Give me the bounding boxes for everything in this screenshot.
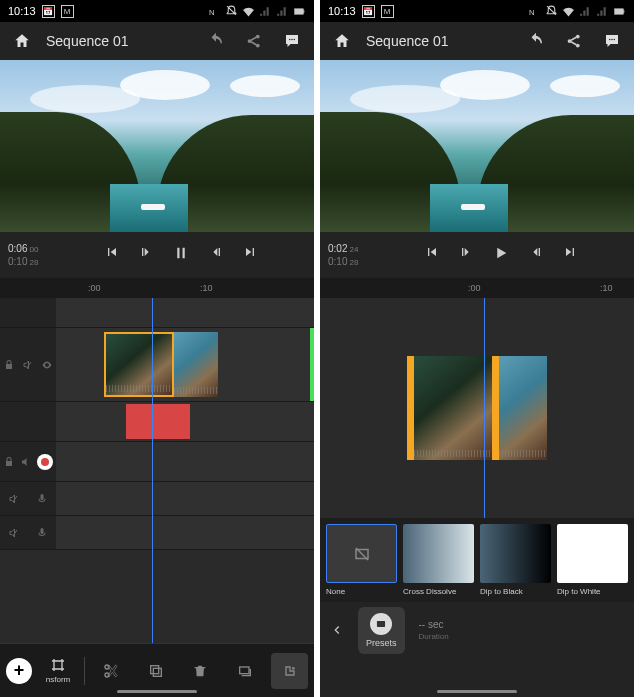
voice-track-1[interactable] [56, 482, 314, 515]
comment-button[interactable] [278, 27, 306, 55]
volume-icon[interactable] [20, 456, 32, 468]
nfc-icon: N [208, 5, 221, 18]
add-button[interactable]: + [6, 658, 32, 684]
record-button[interactable] [37, 454, 53, 470]
home-button[interactable] [328, 27, 356, 55]
svg-point-10 [105, 665, 109, 669]
visibility-icon[interactable] [41, 359, 53, 371]
bottom-toolbar: + nsform [0, 643, 314, 697]
mute-icon[interactable] [8, 527, 20, 539]
svg-rect-16 [615, 8, 624, 13]
undo-button[interactable] [522, 27, 550, 55]
delete-button[interactable] [182, 653, 219, 689]
skip-start-button[interactable] [104, 244, 120, 266]
calendar-icon: 📅 [362, 5, 375, 18]
voice-track-2[interactable] [56, 516, 314, 549]
undo-button[interactable] [202, 27, 230, 55]
clip-end-marker [310, 328, 314, 401]
status-time: 10:13 [8, 5, 36, 17]
presets-icon [370, 613, 392, 635]
svg-rect-11 [151, 665, 159, 673]
transition-dip-to-black[interactable]: Dip to Black [480, 524, 551, 596]
effects-button[interactable] [271, 653, 308, 689]
video-track[interactable] [56, 328, 314, 401]
ruler-tick: :00 [88, 283, 101, 293]
cut-button[interactable] [93, 653, 130, 689]
step-forward-button[interactable] [528, 244, 544, 266]
timecodes: 0:0224 0:1028 [328, 243, 376, 267]
nfc-icon: N [528, 5, 541, 18]
video-clip-1[interactable] [407, 356, 499, 460]
status-bar: 10:13 📅 M N [0, 0, 314, 22]
transition-none[interactable]: None [326, 524, 397, 596]
notification-off-icon [225, 5, 238, 18]
svg-rect-2 [303, 10, 304, 12]
pause-button[interactable] [172, 244, 190, 266]
mail-icon: M [381, 5, 394, 18]
transition-dip-to-white[interactable]: Dip to White [557, 524, 628, 596]
skip-start-button[interactable] [424, 244, 440, 266]
ruler-tick: :00 [468, 283, 481, 293]
svg-point-14 [292, 667, 295, 670]
audio-track-1[interactable] [56, 402, 314, 441]
playhead[interactable] [484, 298, 485, 518]
signal-icon [579, 5, 592, 18]
timeline-ruler[interactable]: :00 :10 [320, 278, 634, 298]
svg-rect-13 [240, 667, 249, 674]
svg-text:N: N [209, 7, 214, 16]
svg-point-9 [105, 673, 109, 677]
play-button[interactable] [492, 244, 510, 266]
phone-left: 10:13 📅 M N Sequence 01 [0, 0, 320, 697]
step-back-button[interactable] [458, 244, 474, 266]
signal-icon [259, 5, 272, 18]
ruler-tick: :10 [200, 283, 213, 293]
duration-info: -- sec Duration [419, 619, 449, 641]
mic-icon[interactable] [36, 527, 48, 539]
mute-icon[interactable] [22, 359, 34, 371]
video-clip-1[interactable] [104, 332, 174, 397]
wifi-icon [242, 5, 255, 18]
duplicate-button[interactable] [138, 653, 175, 689]
playhead[interactable] [152, 298, 153, 643]
svg-rect-25 [377, 621, 385, 627]
battery-icon [293, 5, 306, 18]
skip-end-button[interactable] [242, 244, 258, 266]
step-back-button[interactable] [138, 244, 154, 266]
svg-text:N: N [529, 7, 534, 16]
lock-icon[interactable] [3, 456, 15, 468]
lock-icon[interactable] [3, 359, 15, 371]
back-button[interactable] [330, 623, 344, 637]
phone-right: 10:13 📅 M N Sequence 01 [320, 0, 640, 697]
timeline-ruler[interactable]: :00 :10 [0, 278, 314, 298]
project-title: Sequence 01 [46, 33, 192, 49]
transform-tab[interactable]: nsform [40, 657, 76, 684]
audio-track-2[interactable] [56, 442, 314, 481]
svg-point-23 [614, 39, 616, 41]
share-button[interactable] [560, 27, 588, 55]
video-preview[interactable] [320, 60, 634, 232]
video-clip-2[interactable] [499, 356, 547, 460]
transition-cross-dissolve[interactable]: Cross Dissolve [403, 524, 474, 596]
mic-icon[interactable] [36, 493, 48, 505]
home-indicator [437, 690, 517, 693]
svg-point-22 [611, 39, 613, 41]
layers-button[interactable] [227, 653, 264, 689]
playback-bar: 0:0600 0:1028 [0, 232, 314, 278]
wifi-icon [562, 5, 575, 18]
share-button[interactable] [240, 27, 268, 55]
video-clip-2[interactable] [174, 332, 218, 397]
calendar-icon: 📅 [42, 5, 55, 18]
app-bar: Sequence 01 [0, 22, 314, 60]
video-preview[interactable] [0, 60, 314, 232]
step-forward-button[interactable] [208, 244, 224, 266]
presets-button[interactable]: Presets [358, 607, 405, 654]
timeline[interactable] [320, 298, 634, 518]
svg-rect-17 [623, 10, 624, 12]
timeline[interactable] [0, 298, 314, 643]
skip-end-button[interactable] [562, 244, 578, 266]
comment-button[interactable] [598, 27, 626, 55]
audio-clip[interactable] [126, 404, 190, 439]
home-button[interactable] [8, 27, 36, 55]
mute-icon[interactable] [8, 493, 20, 505]
svg-point-21 [609, 39, 611, 41]
